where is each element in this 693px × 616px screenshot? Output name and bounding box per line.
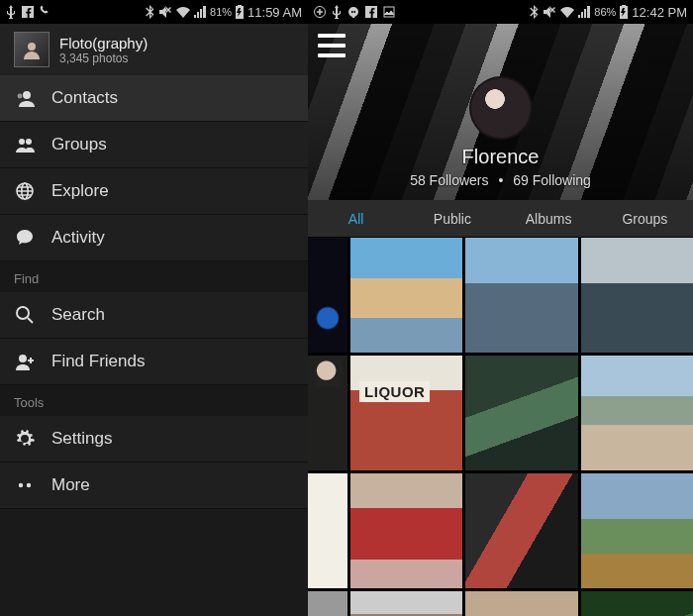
profile-avatar bbox=[14, 32, 50, 67]
svg-rect-14 bbox=[384, 7, 394, 17]
wifi-icon bbox=[176, 6, 190, 18]
battery-icon bbox=[620, 5, 628, 19]
hamburger-icon[interactable] bbox=[318, 34, 346, 57]
photo-thumb[interactable] bbox=[581, 591, 693, 616]
wifi-icon bbox=[560, 6, 574, 18]
photo-thumb[interactable] bbox=[581, 473, 693, 588]
usb-icon bbox=[332, 5, 342, 19]
search-icon bbox=[14, 305, 36, 325]
profile-tabs: All Public Albums Groups bbox=[308, 200, 693, 238]
nav-explore[interactable]: Explore bbox=[0, 168, 308, 215]
svg-point-4 bbox=[19, 139, 25, 145]
right-screen: 86% 12:42 PM Florence 58 Followers • 69 … bbox=[308, 0, 693, 616]
svg-point-3 bbox=[18, 94, 23, 99]
followers-count[interactable]: 58 Followers bbox=[410, 172, 488, 188]
nav-more[interactable]: More bbox=[0, 462, 308, 509]
image-icon bbox=[383, 6, 395, 18]
status-left-icons bbox=[314, 5, 395, 19]
nav-label: Activity bbox=[51, 228, 105, 248]
svg-point-10 bbox=[19, 483, 23, 487]
globe-icon bbox=[14, 181, 36, 201]
contacts-icon bbox=[14, 88, 36, 108]
svg-point-9 bbox=[19, 355, 27, 362]
stats-sep: • bbox=[498, 172, 503, 188]
cover-name: Florence bbox=[462, 146, 540, 168]
battery-pct: 81% bbox=[210, 6, 232, 18]
phone-icon bbox=[40, 5, 50, 19]
add-icon bbox=[314, 6, 326, 18]
tab-albums[interactable]: Albums bbox=[501, 201, 597, 237]
nav-search[interactable]: Search bbox=[0, 292, 308, 339]
svg-point-5 bbox=[26, 139, 32, 145]
photo-thumb[interactable] bbox=[308, 473, 347, 588]
following-count[interactable]: 69 Following bbox=[513, 172, 591, 188]
photo-thumb[interactable] bbox=[308, 591, 347, 616]
mute-icon bbox=[543, 5, 556, 19]
photo-thumb[interactable] bbox=[350, 356, 462, 470]
svg-point-11 bbox=[27, 483, 31, 487]
hangouts-icon bbox=[347, 6, 359, 18]
nav-label: Groups bbox=[51, 135, 107, 154]
profile-meta: Floto(graphy) 3,345 photos bbox=[59, 35, 148, 65]
mute-icon bbox=[158, 5, 172, 19]
groups-icon bbox=[14, 135, 36, 154]
nav-label: Contacts bbox=[51, 88, 118, 108]
signal-icon bbox=[194, 6, 206, 18]
nav-main: Contacts Groups Explore Activity bbox=[0, 75, 308, 261]
clock: 11:59 AM bbox=[248, 5, 302, 20]
status-bar-left: 81% 11:59 AM bbox=[0, 0, 308, 24]
profile-avatar-large[interactable] bbox=[469, 76, 533, 140]
status-right-icons: 86% 12:42 PM bbox=[530, 5, 687, 20]
photo-thumb[interactable] bbox=[350, 238, 462, 353]
section-tools-header: Tools bbox=[0, 385, 308, 416]
tab-all[interactable]: All bbox=[308, 201, 404, 237]
nav-find-friends[interactable]: Find Friends bbox=[0, 339, 308, 385]
nav-label: Find Friends bbox=[51, 352, 145, 371]
svg-point-8 bbox=[17, 307, 29, 319]
left-screen: 81% 11:59 AM Floto(graphy) 3,345 photos … bbox=[0, 0, 308, 616]
signal-icon bbox=[578, 6, 590, 18]
battery-icon bbox=[236, 5, 244, 19]
nav-label: Explore bbox=[51, 181, 109, 201]
nav-label: More bbox=[51, 475, 90, 495]
photo-thumb[interactable] bbox=[465, 356, 577, 470]
nav-groups[interactable]: Groups bbox=[0, 122, 308, 168]
clock: 12:42 PM bbox=[632, 5, 687, 20]
cover-stats: 58 Followers • 69 Following bbox=[410, 172, 591, 188]
gear-icon bbox=[14, 429, 36, 449]
facebook-icon bbox=[22, 6, 34, 18]
profile-row[interactable]: Floto(graphy) 3,345 photos bbox=[0, 24, 308, 75]
svg-point-2 bbox=[23, 91, 31, 99]
photo-thumb[interactable] bbox=[308, 238, 347, 353]
photo-thumb[interactable] bbox=[350, 473, 462, 588]
usb-icon bbox=[6, 5, 16, 19]
chat-icon bbox=[14, 228, 36, 248]
bluetooth-icon bbox=[146, 5, 154, 19]
profile-name: Floto(graphy) bbox=[59, 35, 148, 51]
nav-settings[interactable]: Settings bbox=[0, 416, 308, 462]
photo-thumb[interactable] bbox=[465, 238, 577, 353]
photo-thumb[interactable] bbox=[465, 473, 577, 588]
photo-thumb[interactable] bbox=[465, 591, 577, 616]
add-friend-icon bbox=[14, 352, 36, 371]
tab-groups[interactable]: Groups bbox=[597, 201, 693, 237]
section-find-header: Find bbox=[0, 261, 308, 292]
photo-thumb[interactable] bbox=[581, 356, 693, 470]
facebook-icon bbox=[365, 6, 377, 18]
status-left-icons bbox=[6, 5, 50, 19]
nav-tools: Settings More bbox=[0, 416, 308, 509]
nav-label: Settings bbox=[51, 429, 112, 449]
nav-contacts[interactable]: Contacts bbox=[0, 75, 308, 122]
profile-sub: 3,345 photos bbox=[59, 51, 148, 65]
status-bar-right: 86% 12:42 PM bbox=[308, 0, 693, 24]
photo-thumb[interactable] bbox=[581, 238, 693, 353]
photo-thumb[interactable] bbox=[308, 356, 347, 470]
photo-grid[interactable] bbox=[308, 238, 693, 616]
nav-activity[interactable]: Activity bbox=[0, 215, 308, 261]
svg-point-1 bbox=[28, 43, 36, 51]
tab-public[interactable]: Public bbox=[404, 201, 500, 237]
bluetooth-icon bbox=[530, 5, 539, 19]
more-icon bbox=[14, 475, 36, 495]
battery-pct: 86% bbox=[594, 6, 616, 18]
photo-thumb[interactable] bbox=[350, 591, 462, 616]
